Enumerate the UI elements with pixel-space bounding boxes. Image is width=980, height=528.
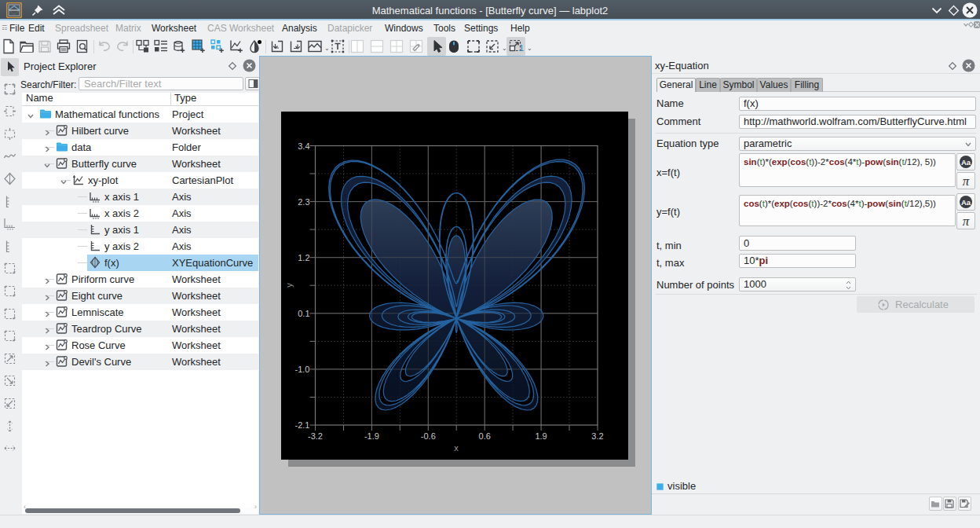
svg-text:1: 1 [519, 43, 524, 53]
svg-text:-1.0: -1.0 [295, 365, 310, 374]
svg-text:-1.9: -1.9 [364, 431, 379, 441]
svg-text:-2.1: -2.1 [295, 420, 310, 430]
svg-text:π: π [963, 214, 970, 228]
svg-text:1.2: 1.2 [298, 253, 309, 262]
svg-text:0.6: 0.6 [479, 431, 491, 441]
svg-text:-0.6: -0.6 [421, 431, 436, 441]
svg-text:3.2: 3.2 [591, 431, 603, 441]
svg-text:2.3: 2.3 [298, 197, 309, 207]
svg-text:-3.2: -3.2 [308, 431, 323, 441]
svg-text:0.1: 0.1 [298, 309, 309, 318]
svg-text:π: π [963, 174, 970, 188]
svg-text:y: y [284, 283, 294, 288]
svg-text:Aa: Aa [961, 158, 971, 167]
svg-text:1.9: 1.9 [535, 431, 547, 441]
svg-text:3.4: 3.4 [298, 141, 309, 151]
svg-text:Aa: Aa [961, 198, 971, 207]
svg-text:x: x [454, 443, 459, 453]
